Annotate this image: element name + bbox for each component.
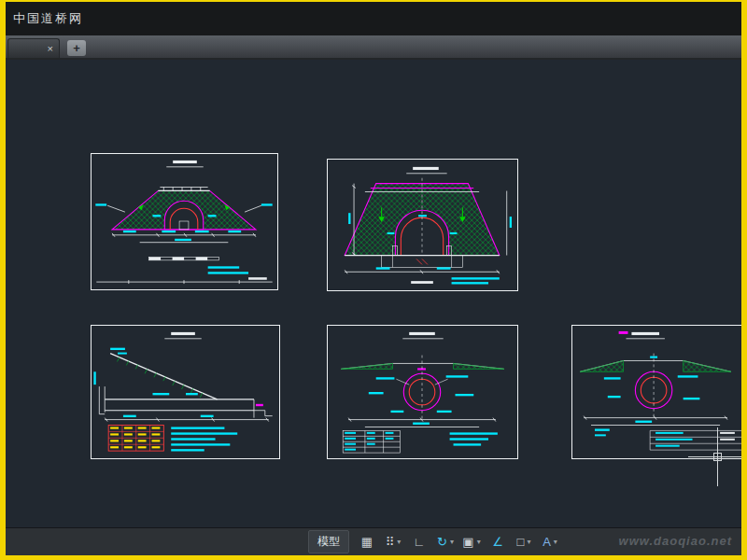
viewport-cross-section-b[interactable]: [571, 325, 741, 459]
viewport-headwall-elevation[interactable]: [327, 159, 518, 291]
polar-tracking-icon[interactable]: ↻▾: [433, 532, 458, 553]
notes-block: [450, 432, 498, 445]
sheet-title: [402, 332, 443, 339]
viewport-longitudinal-section[interactable]: [91, 325, 280, 459]
dimension-table: [650, 430, 741, 450]
drawing-tabbar: × +: [6, 35, 741, 60]
dimension-lines: [105, 415, 269, 422]
titlebar: 中国道桥网: [6, 2, 741, 35]
drawing-portal-front: [92, 154, 277, 289]
model-space-button[interactable]: 模型: [308, 530, 349, 553]
object-snap-tracking-icon[interactable]: ∠: [486, 532, 510, 553]
snap-mode-icon[interactable]: ⠿▾: [381, 532, 405, 553]
notes-block: [171, 427, 237, 451]
dimension-lines: [348, 418, 496, 427]
cad-application-window: 中国道桥网 × +: [6, 2, 741, 555]
culvert-barrel: [93, 371, 272, 417]
crosshair-pickbox: [713, 453, 722, 461]
polar-tracking-icon-dropdown[interactable]: ▾: [450, 538, 454, 546]
model-space-canvas[interactable]: [6, 60, 741, 527]
selection-cycling-icon[interactable]: □▾: [512, 532, 536, 553]
notes-and-scalebar: [96, 257, 272, 284]
object-snap-icon[interactable]: ▣▾: [459, 532, 484, 553]
annotation-scale-icon[interactable]: A▾: [538, 532, 562, 553]
statusbar-icons: ▦⠿▾∟↻▾▣▾∠□▾A▾: [355, 532, 562, 553]
tab-close-icon[interactable]: ×: [48, 44, 53, 54]
new-tab-button[interactable]: +: [67, 40, 86, 56]
material-table: [108, 426, 163, 452]
object-snap-icon-dropdown[interactable]: ▾: [477, 538, 481, 546]
viewport-portal-front-elevation[interactable]: [91, 153, 278, 290]
drawing-long-section: [92, 326, 279, 458]
foundation-and-notes: [345, 256, 500, 285]
drawing-headwall: [328, 160, 517, 290]
yellow-frame: 中国道桥网 × +: [0, 0, 747, 560]
statusbar: 模型 ▦⠿▾∟↻▾▣▾∠□▾A▾ www.daoqiao.net: [6, 527, 741, 555]
viewport-cross-section-a[interactable]: [327, 325, 518, 459]
snap-mode-icon-dropdown[interactable]: ▾: [397, 538, 401, 546]
sheet-title: [164, 332, 201, 339]
selection-cycling-icon-dropdown[interactable]: ▾: [527, 538, 530, 546]
grid-icon[interactable]: ▦: [355, 532, 379, 553]
drawing-tab[interactable]: ×: [7, 38, 60, 58]
sheet-title: [406, 167, 446, 174]
corner-watermark-logo: www.daoqiao.net: [619, 534, 732, 548]
embankment-surface: [580, 357, 731, 372]
site-watermark-text: 中国道桥网: [6, 10, 83, 27]
annotation-scale-icon-dropdown[interactable]: ▾: [554, 538, 557, 546]
sheet-title: [619, 331, 665, 339]
drawing-cross-b: [572, 326, 741, 458]
drawing-cross-a: [328, 326, 517, 458]
slope-profile: [110, 348, 217, 399]
ortho-icon[interactable]: ∟: [407, 532, 431, 553]
quantity-table: [343, 430, 400, 453]
sheet-title: [166, 161, 203, 167]
embankment-surface: [341, 363, 504, 370]
